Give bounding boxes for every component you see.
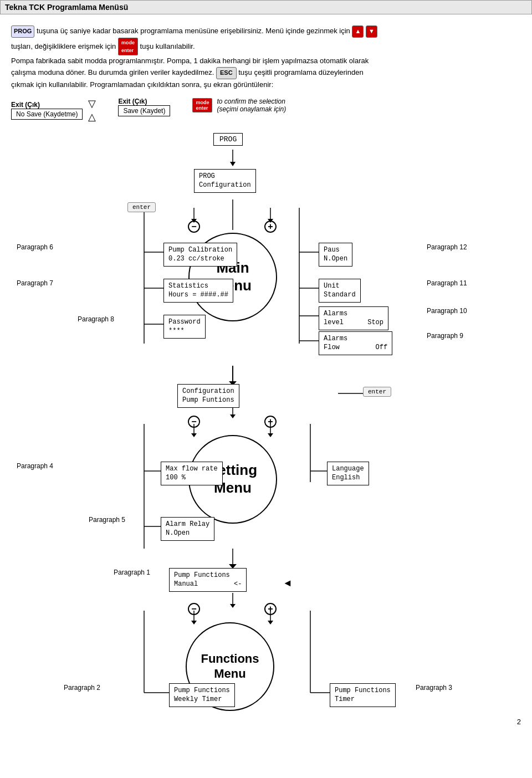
pump-func-manual-text: Pump Functions Manual <- bbox=[169, 568, 247, 592]
left-arrow-manual: ◄ bbox=[283, 577, 293, 589]
pump-func-manual-box: Pump Functions Manual <- bbox=[169, 568, 247, 592]
plus-btn-functions: + bbox=[264, 603, 277, 615]
minus-btn-main: − bbox=[188, 221, 200, 233]
plus-circle-setting: + bbox=[264, 416, 277, 428]
exit-save-label: Exit (Çık) Save (Kaydet) bbox=[118, 98, 170, 116]
config-pump-text: Configuration Pump Funtions bbox=[177, 384, 239, 408]
enter-config-label: enter bbox=[363, 387, 391, 397]
page-title-bar: Tekna TCK Programlama Menüsü bbox=[0, 0, 532, 14]
language-text: Language English bbox=[327, 462, 369, 486]
svg-marker-1 bbox=[230, 162, 236, 166]
plus-circle-functions: + bbox=[264, 603, 277, 615]
intro-line1: tuşuna üç saniye kadar basarak programla… bbox=[37, 27, 352, 35]
prog-top-box: PROG bbox=[213, 133, 243, 146]
pump-timer-text: Pump Functions Timer bbox=[330, 683, 396, 708]
alarm-relay-text: Alarm Relay N.Open bbox=[161, 517, 214, 541]
prog-config-text: PROG Configuration bbox=[194, 169, 256, 193]
unit-standard-text: Unit Standard bbox=[319, 279, 361, 303]
paragraph4-label: Paragraph 4 bbox=[17, 462, 53, 470]
paus-box: Paus N.Open bbox=[319, 243, 352, 267]
prog-config-box: PROG Configuration bbox=[194, 169, 256, 193]
max-flow-box: Max flow rate 100 % bbox=[161, 462, 223, 486]
save-box: Save (Kaydet) bbox=[118, 105, 170, 116]
minus-btn-setting: − bbox=[188, 416, 200, 428]
paragraph9-label: Paragraph 9 bbox=[427, 331, 463, 340]
paragraph3-label: Paragraph 3 bbox=[416, 683, 452, 692]
diagram-area: PROG PROG Configuration enter − + MainMe… bbox=[11, 127, 521, 726]
statistics-text: Statistics Hours = ####.## bbox=[163, 279, 233, 303]
no-save-box: No Save (Kaydetme) bbox=[11, 109, 83, 120]
pump-cal-text: Pump Calibration 0.23 cc/stroke bbox=[163, 243, 237, 267]
paragraph10-label: Paragraph 10 bbox=[427, 306, 467, 315]
paragraph5-label: Paragraph 5 bbox=[17, 515, 125, 524]
plus-btn-main: + bbox=[264, 221, 277, 233]
intro-line4: çalışma moduna döner. Bu durumda girilen… bbox=[11, 68, 216, 76]
plus-circle-main: + bbox=[264, 221, 277, 233]
page-number: 2 bbox=[517, 718, 521, 726]
title-text: Tekna TCK Programlama Menüsü bbox=[5, 3, 128, 12]
intro-line2b: tuşu kullanılabilir. bbox=[140, 42, 195, 50]
password-box: Password **** bbox=[163, 315, 206, 339]
paragraph11-label: Paragraph 11 bbox=[427, 279, 467, 287]
intro-line2: tuşları, değişikliklere erişmek için bbox=[11, 42, 118, 50]
svg-marker-35 bbox=[230, 604, 236, 608]
exit-no-save-label: Exit (Çık) No Save (Kaydetme) bbox=[11, 101, 83, 120]
minus-circle-functions: − bbox=[188, 603, 200, 615]
alarms-flow-text: Alarms Flow Off bbox=[319, 331, 392, 356]
paragraph12-label: Paragraph 12 bbox=[427, 243, 467, 251]
config-pump-box: Configuration Pump Funtions bbox=[177, 384, 239, 408]
pump-weekly-text: Pump Functions Weekly Timer bbox=[169, 683, 235, 708]
intro-line4b: tuşu çeşitli programlama düzeylerinden bbox=[238, 68, 363, 76]
mode-icon: modeenter bbox=[118, 38, 138, 56]
alarm-relay-box: Alarm Relay N.Open bbox=[161, 517, 214, 541]
paragraph8-label: Paragraph 8 bbox=[78, 315, 114, 323]
alarms-level-box: Alarms level Stop bbox=[319, 306, 388, 331]
intro-section: PROG tuşuna üç saniye kadar basarak prog… bbox=[11, 25, 521, 91]
intro-line3: Pompa fabrikada sabit modda programlanmı… bbox=[11, 57, 369, 65]
exit-no-save-box: Exit (Çık) No Save (Kaydetme) ▽ △ bbox=[11, 98, 96, 123]
prog-icon: PROG bbox=[11, 25, 34, 38]
alarms-level-text: Alarms level Stop bbox=[319, 306, 388, 331]
paragraph2-label: Paragraph 2 bbox=[64, 683, 100, 692]
nav-icon1: ▲ bbox=[352, 25, 364, 38]
confirm-section: modeenter to confirm the selection(seçim… bbox=[192, 98, 286, 113]
language-box: Language English bbox=[327, 462, 369, 486]
enter-config-btn: enter bbox=[363, 387, 391, 397]
minus-btn-functions: − bbox=[188, 603, 200, 615]
alarms-flow-box: Alarms Flow Off bbox=[319, 331, 392, 356]
paragraph1-label: Paragraph 1 bbox=[114, 568, 150, 576]
exit-section: Exit (Çık) No Save (Kaydetme) ▽ △ Exit (… bbox=[11, 98, 521, 123]
intro-line5: çıkmak için kullanılabilir. Programlamad… bbox=[11, 80, 273, 89]
pump-timer-box: Pump Functions Timer bbox=[330, 683, 396, 708]
exit-save-box: Exit (Çık) Save (Kaydet) bbox=[118, 98, 170, 116]
esc-icon: ESC bbox=[216, 67, 237, 79]
mode-enter-icon: modeenter bbox=[192, 98, 212, 112]
unit-standard-box: Unit Standard bbox=[319, 279, 361, 303]
max-flow-text: Max flow rate 100 % bbox=[161, 462, 223, 486]
paragraph7-label: Paragraph 7 bbox=[17, 279, 53, 287]
pump-cal-box: Pump Calibration 0.23 cc/stroke bbox=[163, 243, 237, 267]
minus-circle-main: − bbox=[188, 221, 200, 233]
confirm-text: to confirm the selection(seçimi onaylama… bbox=[217, 98, 286, 113]
enter-label-box: enter bbox=[127, 202, 156, 212]
paragraph6-label: Paragraph 6 bbox=[17, 243, 53, 251]
enter-btn: enter bbox=[127, 202, 156, 212]
plus-btn-setting: + bbox=[264, 416, 277, 428]
svg-marker-22 bbox=[230, 414, 236, 418]
prog-box-label: PROG bbox=[213, 133, 243, 146]
pump-weekly-box: Pump Functions Weekly Timer bbox=[169, 683, 235, 708]
password-text: Password **** bbox=[163, 315, 206, 339]
minus-circle-setting: − bbox=[188, 416, 200, 428]
statistics-box: Statistics Hours = ####.## bbox=[163, 279, 233, 303]
paus-text: Paus N.Open bbox=[319, 243, 352, 267]
nav-icon2: ▼ bbox=[366, 25, 377, 38]
